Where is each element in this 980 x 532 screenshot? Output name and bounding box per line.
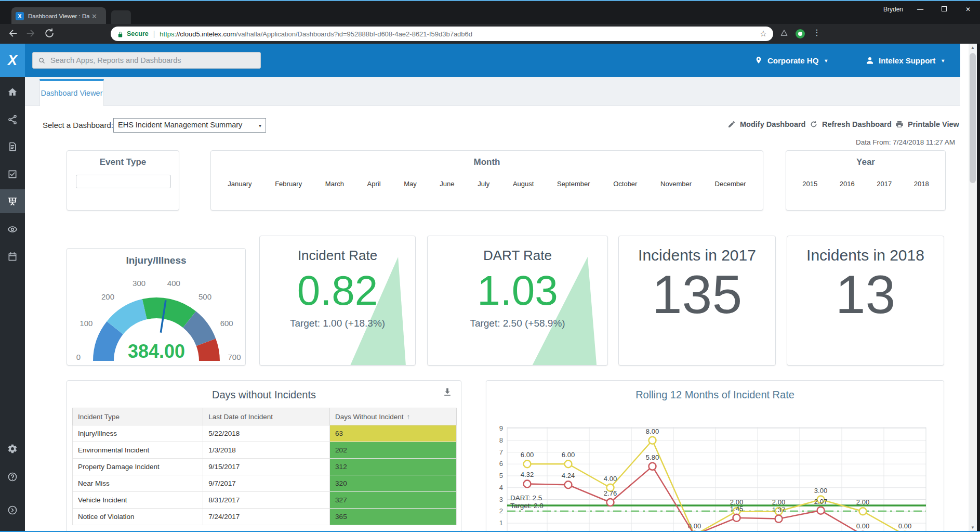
download-icon[interactable] [442,387,454,398]
maximize-button[interactable] [932,1,956,18]
svg-text:Target: 2.0: Target: 2.0 [510,502,544,510]
modify-dashboard-button[interactable]: Modify Dashboard [727,120,805,128]
table-row[interactable]: Environmental Incident1/3/2018202 [73,442,457,459]
sidebar-item-reports[interactable] [0,135,25,159]
month-option-november[interactable]: November [660,180,692,188]
minimize-button[interactable]: — [908,1,932,18]
new-tab-button[interactable] [111,10,131,25]
tab-dashboard-viewer[interactable]: Dashboard Viewer [39,79,104,106]
browser-tab[interactable]: X Dashboard Viewer : Dash ✕ [11,7,106,25]
incidents-2017-card: Incidents in 2017 135 [618,236,776,366]
incidents-2018-title: Incidents in 2018 [787,246,944,264]
month-option-may[interactable]: May [404,180,417,188]
month-option-april[interactable]: April [367,180,381,188]
dashboards-icon [7,196,18,206]
month-option-august[interactable]: August [513,180,534,188]
refresh-dashboard-button[interactable]: Refresh Dashboard [810,120,892,128]
location-menu[interactable]: Corporate HQ ▾ [754,44,827,77]
dashboard-select[interactable]: EHS Incident Management Summary ▾ [113,118,266,133]
chevron-down-icon: ▾ [825,58,827,63]
page-scrollbar[interactable]: ▲ ▼ [969,44,977,532]
sidebar-item-home[interactable] [0,80,25,104]
svg-text:200: 200 [101,292,114,301]
extension-icon[interactable] [779,29,790,39]
svg-text:384.00: 384.00 [128,341,185,362]
sidebar-item-calendar[interactable] [0,244,25,268]
svg-text:0.00: 0.00 [856,522,869,530]
url-text: https://cloud5.intelex.com/valhalla/Appl… [160,30,472,38]
sidebar-item-eye[interactable] [0,217,25,241]
table-row[interactable]: Near Miss9/7/2017320 [73,475,457,492]
table-row[interactable]: Notice of Violation7/24/2017365 [73,509,457,525]
intelex-logo[interactable]: X [0,44,25,77]
url-domain: ://cloud5.intelex.com [175,30,236,38]
forward-icon[interactable] [25,28,37,40]
year-option-2018[interactable]: 2018 [914,180,929,188]
cell-last-date: 5/22/2018 [203,425,330,442]
address-bar[interactable]: Secure | https://cloud5.intelex.com/valh… [111,27,773,41]
global-search[interactable] [32,52,261,69]
month-option-october[interactable]: October [613,180,637,188]
browser-titlebar: X Dashboard Viewer : Dash ✕ Bryden — ✕ [0,1,980,24]
month-option-march[interactable]: March [325,180,344,188]
cell-last-date: 8/31/2017 [203,492,330,509]
svg-text:6.00: 6.00 [521,451,534,459]
user-icon [866,56,874,64]
svg-text:9: 9 [499,424,503,432]
table-row[interactable]: Property Damage Incident9/15/2017312 [73,459,457,475]
year-options: 2015201620172018 [791,180,940,188]
month-option-september[interactable]: September [557,180,590,188]
browser-menu-icon[interactable]: ⋮ [813,28,821,37]
svg-text:6.00: 6.00 [562,451,575,459]
dashboard-area: Select a Dashboard: EHS Incident Managem… [25,106,960,532]
month-option-july[interactable]: July [478,180,489,188]
table-row[interactable]: Vehicle Incident8/31/2017327 [73,492,457,509]
sidebar-item-collapse[interactable] [0,498,25,522]
table-row[interactable]: Injury/Illness5/22/201863 [73,425,457,442]
lock-icon [117,31,124,37]
svg-text:5: 5 [499,472,503,479]
dart-rate-card: DART Rate 1.03 Target: 2.50 (+58.9%) [427,236,608,366]
incidents-2018-value: 13 [787,265,944,323]
svg-text:1.37: 1.37 [772,506,785,514]
back-icon[interactable] [7,28,20,40]
month-option-february[interactable]: February [275,180,302,188]
bookmark-star-icon[interactable]: ☆ [760,30,767,38]
cell-days-without: 327 [330,492,457,509]
account-menu[interactable]: Intelex Support ▾ [866,44,944,77]
search-input[interactable] [50,56,248,64]
month-option-december[interactable]: December [715,180,746,188]
tab-close-icon[interactable]: ✕ [91,12,97,20]
sidebar-item-help[interactable] [0,465,25,489]
refresh-circle-icon [810,120,818,128]
sidebar-item-share[interactable] [0,108,25,132]
month-option-june[interactable]: June [440,180,454,188]
sidebar-item-tasks[interactable] [0,162,25,186]
col-last-date[interactable]: Last Date of Incident [203,408,330,425]
scroll-up-icon[interactable]: ▲ [969,44,977,52]
sidebar-item-settings[interactable] [0,437,25,461]
month-option-january[interactable]: January [228,180,251,188]
event-type-input[interactable] [76,175,171,188]
injury-illness-gauge-card: Injury/Illness 0100200300400500600700384… [67,248,246,366]
scrollbar-thumb[interactable] [970,53,976,183]
refresh-icon[interactable] [44,28,56,40]
printer-icon [895,120,904,128]
year-option-2017[interactable]: 2017 [877,180,892,188]
extension-icon-green[interactable] [796,29,805,38]
close-button[interactable]: ✕ [956,1,980,18]
year-option-2015[interactable]: 2015 [802,180,817,188]
incident-rate-target: Target: 1.00 (+18.3%) [260,318,415,329]
col-incident-type[interactable]: Incident Type [73,408,203,425]
month-options: JanuaryFebruaryMarchAprilMayJuneJulyAugu… [216,180,758,188]
svg-text:1.45: 1.45 [730,505,743,513]
svg-text:DART: 2.5: DART: 2.5 [510,494,542,502]
year-option-2016[interactable]: 2016 [840,180,855,188]
svg-text:3.00: 3.00 [814,487,827,495]
svg-text:600: 600 [220,319,233,328]
col-days-without[interactable]: Days Without Incident↑ [330,408,457,425]
printable-view-button[interactable]: Printable View [895,120,959,128]
svg-text:400: 400 [167,279,180,288]
sidebar-item-dashboards[interactable] [0,189,25,213]
settings-icon [7,444,18,454]
